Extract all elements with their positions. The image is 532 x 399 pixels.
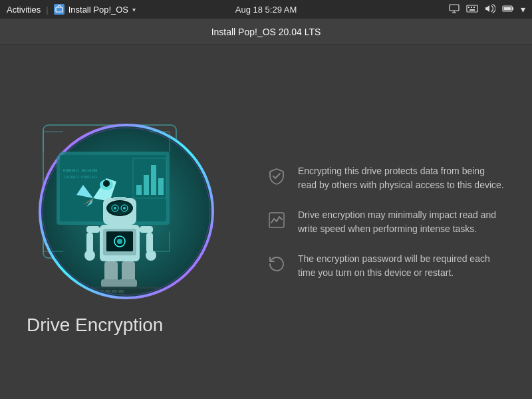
svg-rect-4 bbox=[471, 7, 472, 8]
keyboard-icon[interactable] bbox=[466, 4, 478, 15]
svg-rect-1 bbox=[450, 5, 459, 11]
svg-rect-22 bbox=[151, 165, 156, 195]
svg-rect-73 bbox=[269, 213, 284, 227]
svg-rect-0 bbox=[56, 7, 63, 12]
svg-rect-58 bbox=[118, 290, 124, 293]
svg-rect-47 bbox=[101, 279, 120, 287]
svg-point-30 bbox=[117, 239, 122, 244]
svg-rect-42 bbox=[146, 233, 153, 253]
system-bar-left: Activities | Install Pop!_OS ▾ bbox=[7, 4, 136, 15]
info-item-performance: Drive encryption may minimally impact re… bbox=[266, 208, 505, 236]
info-item-security: Encrypting this drive protects data from… bbox=[266, 164, 505, 192]
info-text-password: The encryption password will be required… bbox=[298, 252, 505, 280]
svg-rect-45 bbox=[104, 261, 118, 281]
info-text-security: Encrypting this drive protects data from… bbox=[298, 164, 505, 192]
page-title: Drive Encryption bbox=[27, 315, 163, 336]
svg-rect-21 bbox=[144, 175, 149, 195]
svg-rect-61 bbox=[85, 294, 90, 297]
svg-rect-5 bbox=[473, 7, 475, 8]
datetime-display: Aug 18 5:29 AM bbox=[235, 5, 297, 15]
svg-rect-57 bbox=[112, 290, 117, 293]
svg-rect-52 bbox=[78, 290, 84, 293]
svg-rect-41 bbox=[140, 226, 153, 233]
svg-rect-51 bbox=[72, 290, 77, 293]
app-name-area[interactable]: Install Pop!_OS ▾ bbox=[54, 4, 136, 15]
svg-rect-40 bbox=[86, 233, 93, 253]
svg-point-43 bbox=[84, 250, 95, 261]
svg-rect-48 bbox=[118, 279, 137, 287]
svg-point-18 bbox=[103, 180, 110, 187]
shield-icon bbox=[266, 166, 287, 187]
svg-rect-6 bbox=[469, 9, 475, 11]
separator: | bbox=[46, 5, 48, 15]
power-icon[interactable]: ▾ bbox=[521, 4, 525, 15]
illustration-area: 01001011 10110100 11010011 01001101 bbox=[27, 59, 253, 386]
system-bar: Activities | Install Pop!_OS ▾ Aug 18 5:… bbox=[0, 0, 532, 19]
system-bar-right: ▾ bbox=[449, 4, 525, 15]
app-name-label: Install Pop!_OS bbox=[68, 5, 128, 15]
window-title: Install Pop!_OS 20.04 LTS bbox=[211, 27, 321, 37]
svg-rect-38 bbox=[113, 197, 126, 200]
info-area: Encrypting this drive protects data from… bbox=[253, 164, 505, 280]
svg-rect-23 bbox=[158, 178, 164, 195]
svg-point-37 bbox=[123, 207, 126, 209]
refresh-icon bbox=[266, 253, 287, 275]
svg-rect-59 bbox=[72, 294, 77, 297]
svg-rect-46 bbox=[122, 261, 135, 281]
activities-button[interactable]: Activities bbox=[7, 5, 41, 15]
activity-icon bbox=[266, 209, 287, 231]
svg-point-33 bbox=[108, 201, 132, 215]
svg-rect-39 bbox=[86, 226, 100, 233]
info-text-performance: Drive encryption may minimally impact re… bbox=[298, 208, 505, 236]
display-icon[interactable] bbox=[449, 4, 460, 15]
svg-rect-8 bbox=[512, 7, 513, 10]
volume-icon[interactable] bbox=[485, 4, 495, 15]
battery-icon[interactable] bbox=[502, 4, 514, 15]
svg-point-36 bbox=[114, 207, 116, 209]
svg-rect-60 bbox=[78, 294, 84, 297]
svg-text:11010011 01001101: 11010011 01001101 bbox=[63, 175, 97, 179]
title-bar: Install Pop!_OS 20.04 LTS bbox=[0, 19, 532, 45]
svg-rect-20 bbox=[136, 185, 142, 195]
app-dropdown-arrow[interactable]: ▾ bbox=[132, 6, 136, 13]
svg-rect-2 bbox=[467, 5, 477, 12]
svg-rect-3 bbox=[468, 7, 469, 8]
svg-text:01001011 10110100: 01001011 10110100 bbox=[63, 168, 97, 172]
robot-illustration: 01001011 10110100 11010011 01001101 bbox=[27, 108, 226, 308]
info-item-password: The encryption password will be required… bbox=[266, 252, 505, 280]
app-icon bbox=[54, 4, 65, 15]
svg-rect-9 bbox=[504, 7, 511, 11]
main-content: 01001011 10110100 11010011 01001101 bbox=[0, 45, 532, 399]
